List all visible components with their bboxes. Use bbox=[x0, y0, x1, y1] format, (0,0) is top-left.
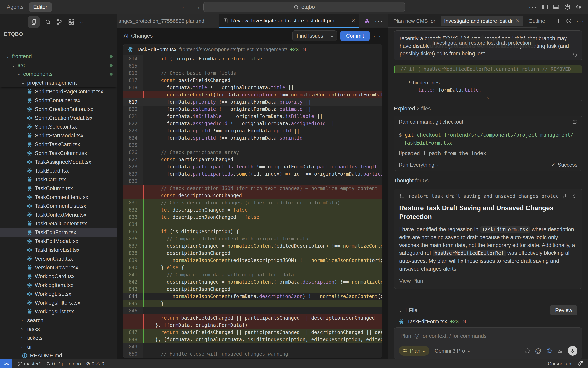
tree-folder-search[interactable]: ›search bbox=[0, 316, 117, 325]
usage-arc-icon[interactable] bbox=[524, 348, 530, 354]
tree-folder-frontend[interactable]: ⌄frontend bbox=[0, 52, 117, 61]
chevron-down-icon[interactable]: ⌄ bbox=[437, 162, 440, 167]
git-branch-status[interactable]: master* bbox=[18, 361, 41, 367]
tree-file-TaskBoard.tsx[interactable]: TaskBoard.tsx bbox=[0, 166, 117, 175]
gear-icon[interactable] bbox=[575, 4, 582, 10]
tree-file-TaskColumn.tsx[interactable]: TaskColumn.tsx bbox=[0, 184, 117, 193]
hidden-lines-label[interactable]: 9 hidden lines bbox=[409, 80, 440, 86]
tab-editor[interactable]: Editor bbox=[29, 2, 52, 12]
bell-icon[interactable] bbox=[577, 361, 582, 366]
tree-file-SprintStartModal.tsx[interactable]: SprintStartModal.tsx bbox=[0, 131, 117, 140]
plus-icon[interactable] bbox=[555, 18, 561, 24]
panel-left-icon[interactable] bbox=[542, 4, 548, 10]
files-count[interactable]: 1 File bbox=[404, 307, 417, 313]
tree-file-WorklogCard.tsx[interactable]: WorklogCard.tsx bbox=[0, 272, 117, 281]
tab-review[interactable]: Review: Investigate and restore lost dra… bbox=[219, 14, 359, 28]
expand-snippet-icon[interactable]: ⌄ bbox=[394, 94, 582, 101]
agent-more-icon[interactable]: ··· bbox=[576, 18, 585, 24]
at-mention-icon[interactable]: @ bbox=[535, 347, 542, 355]
tree-file-WorklogItem.tsx[interactable]: WorklogItem.tsx bbox=[0, 281, 117, 290]
export-icon[interactable] bbox=[563, 193, 568, 199]
run-everything-button[interactable]: Run Everything bbox=[399, 162, 434, 168]
external-link-icon[interactable] bbox=[572, 119, 577, 125]
tree-file-SprintContainer.tsx[interactable]: SprintContainer.tsx bbox=[0, 96, 117, 105]
view-plan-link[interactable]: View Plan bbox=[399, 278, 577, 284]
files-icon[interactable] bbox=[28, 16, 40, 28]
mode-selector[interactable]: Plan ⌄ bbox=[399, 346, 429, 356]
tree-file-WorklogsList.tsx[interactable]: WorklogsList.tsx bbox=[0, 307, 117, 316]
explored-files[interactable]: Explored 2 files bbox=[394, 106, 582, 112]
undo-icon[interactable] bbox=[572, 51, 578, 57]
code-snippet-card[interactable]: // if (!hasUserModifiedEditorRef.current… bbox=[394, 65, 582, 101]
tree-folder-tasks[interactable]: ›tasks bbox=[0, 325, 117, 334]
plan-filename[interactable]: restore_task_draft_saving_and_unsaved_ch… bbox=[408, 193, 559, 199]
tree-file-TaskContextMenu.tsx[interactable]: TaskContextMenu.tsx bbox=[0, 210, 117, 219]
review-flower-icon[interactable] bbox=[364, 18, 370, 24]
commit-button[interactable]: Commit bbox=[340, 31, 370, 41]
back-arrow-icon[interactable]: ← bbox=[181, 3, 187, 11]
agent-tab-other[interactable]: Plan new CMS for bbox=[393, 18, 435, 24]
tree-file-SprintBoardPageContent.tsx[interactable]: SprintBoardPageContent.tsx bbox=[0, 87, 117, 96]
tree-file-TaskCommentList.tsx[interactable]: TaskCommentList.tsx bbox=[0, 202, 117, 210]
find-issues-button[interactable]: Find Issues ⌄ bbox=[292, 30, 337, 41]
unfold-icon[interactable] bbox=[571, 193, 577, 199]
close-icon[interactable]: ✕ bbox=[351, 18, 355, 24]
tree-file-WorklogsFilters.tsx[interactable]: WorklogsFilters.tsx bbox=[0, 298, 117, 307]
tree-file-TaskHistoryList.tsx[interactable]: TaskHistoryList.tsx bbox=[0, 246, 117, 254]
mic-icon[interactable] bbox=[568, 346, 577, 356]
sync-status[interactable]: 0↓ 1↑ bbox=[46, 361, 64, 367]
tree-file-TaskEditModal.tsx[interactable]: TaskEditModal.tsx bbox=[0, 237, 117, 246]
cursor-tab-toggle[interactable]: Cursor Tab bbox=[548, 361, 571, 367]
tree-file-SprintTaskCard.tsx[interactable]: SprintTaskCard.tsx bbox=[0, 140, 117, 149]
tree-folder-components[interactable]: ⌄components bbox=[0, 70, 117, 78]
project-status[interactable]: etqbo bbox=[69, 361, 81, 367]
globe-icon[interactable] bbox=[546, 348, 552, 354]
tab-more-icon[interactable]: ··· bbox=[375, 18, 383, 24]
tree-file-WorklogList.tsx[interactable]: WorklogList.tsx bbox=[0, 290, 117, 298]
diff-file-name[interactable]: TaskEditForm.tsx bbox=[137, 46, 176, 53]
tree-file-SprintSelector.tsx[interactable]: SprintSelector.tsx bbox=[0, 122, 117, 131]
image-icon[interactable] bbox=[557, 348, 563, 354]
cube-icon[interactable] bbox=[564, 4, 571, 10]
tab-agents[interactable]: Agents bbox=[7, 4, 24, 10]
chevron-down-icon[interactable]: ⌄ bbox=[327, 33, 337, 38]
tree-file-SprintCreationModal.tsx[interactable]: SprintCreationModal.tsx bbox=[0, 114, 117, 122]
tree-file-TaskCard.tsx[interactable]: TaskCard.tsx bbox=[0, 175, 117, 184]
chat-input[interactable]: Plan, @ for context, / for commands Plan… bbox=[394, 327, 582, 359]
changed-file-row[interactable]: TaskEditForm.tsx +23 -9 bbox=[399, 318, 577, 325]
forward-arrow-icon[interactable]: → bbox=[194, 3, 201, 11]
git-branch-icon[interactable] bbox=[56, 19, 63, 25]
tree-file-SprintTaskColumn.tsx[interactable]: SprintTaskColumn.tsx bbox=[0, 149, 117, 158]
tree-file-README.md[interactable]: README.md bbox=[0, 351, 117, 359]
tree-file-VersionCard.tsx[interactable]: VersionCard.tsx bbox=[0, 254, 117, 263]
clock-icon[interactable] bbox=[566, 18, 572, 24]
close-icon[interactable]: ✕ bbox=[515, 18, 520, 24]
ellipsis-icon[interactable]: ··· bbox=[529, 4, 537, 10]
tree-file-TaskEditForm.tsx[interactable]: TaskEditForm.tsx bbox=[0, 228, 117, 237]
code-diff[interactable]: 814 if (!originalFormData) return false8… bbox=[123, 55, 382, 358]
thought-row[interactable]: Thought for 5s bbox=[394, 178, 582, 184]
tree-folder-tickets[interactable]: ›tickets bbox=[0, 334, 117, 342]
chevron-down-icon[interactable]: ⌄ bbox=[399, 308, 402, 313]
tree-file-TaskDetailContent.tsx[interactable]: TaskDetailContent.tsx bbox=[0, 219, 117, 228]
tree-folder-ui[interactable]: ›ui bbox=[0, 342, 117, 351]
tree-file-TaskAssigneeModal.tsx[interactable]: TaskAssigneeModal.tsx bbox=[0, 158, 117, 166]
tree-folder-project-management[interactable]: ⌄project-management bbox=[0, 78, 117, 87]
tree-file-TaskCommentItem.tsx[interactable]: TaskCommentItem.tsx bbox=[0, 193, 117, 202]
model-selector[interactable]: Gemini 3 Pro ⌄ bbox=[435, 348, 470, 354]
review-button[interactable]: Review bbox=[550, 305, 577, 315]
agent-tab-outline[interactable]: Outline bbox=[529, 18, 545, 24]
extensions-icon[interactable] bbox=[68, 19, 74, 25]
agent-tab-active[interactable]: Investigate and restore lost dr ✕ bbox=[441, 16, 524, 26]
tree-file-SprintCreationButton.tsx[interactable]: SprintCreationButton.tsx bbox=[0, 105, 117, 114]
tab-plan-md[interactable]: anges_protection_77556826.plan.md bbox=[117, 14, 219, 28]
search-sidebar-icon[interactable] bbox=[45, 19, 51, 25]
tree-file-VersionDrawer.tsx[interactable]: VersionDrawer.tsx bbox=[0, 263, 117, 272]
remote-icon[interactable]: >< bbox=[0, 359, 12, 368]
tree-folder-src[interactable]: ⌄src bbox=[0, 61, 117, 70]
toolbar-more-icon[interactable]: ··· bbox=[373, 32, 382, 39]
problems-status[interactable]: ⊘ 0 ⚠ 0 bbox=[86, 361, 104, 367]
panel-bottom-icon[interactable] bbox=[553, 4, 560, 10]
chevron-down-icon[interactable]: ⌄ bbox=[80, 19, 83, 25]
search-input[interactable]: etqbo bbox=[203, 2, 405, 12]
